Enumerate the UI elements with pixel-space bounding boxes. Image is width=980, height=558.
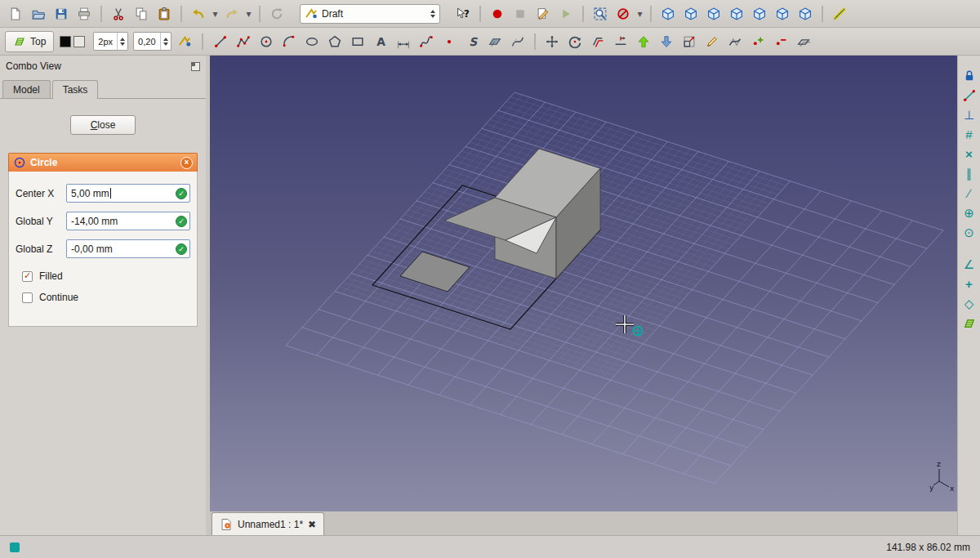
draft-line-icon[interactable] xyxy=(210,31,231,52)
draft-scale-icon[interactable] xyxy=(679,31,700,52)
draft-bspline-icon[interactable] xyxy=(416,31,437,52)
line-color-swatch[interactable] xyxy=(60,36,71,47)
global-y-field[interactable]: -14,00 mm ✓ xyxy=(66,212,190,230)
snap-extension-icon[interactable]: ∕ xyxy=(960,185,978,202)
snap-angle-icon[interactable]: ∠ xyxy=(960,256,978,273)
redo-icon[interactable] xyxy=(221,3,243,25)
draft-wire2bspline-icon[interactable] xyxy=(724,31,746,52)
undo-icon[interactable] xyxy=(188,3,209,25)
copy-icon[interactable] xyxy=(131,3,152,25)
draft-workbench-icon xyxy=(305,7,318,20)
face-color-swatch[interactable] xyxy=(74,36,85,47)
draft-addpoint-icon[interactable] xyxy=(747,31,768,52)
close-document-icon[interactable]: ✖ xyxy=(308,520,316,529)
view-top-icon[interactable] xyxy=(703,3,724,25)
snap-perpendicular-icon[interactable]: ⊥ xyxy=(960,106,978,123)
draft-offset-icon[interactable] xyxy=(587,31,608,52)
view-front-icon[interactable] xyxy=(680,3,702,25)
3d-viewport[interactable]: z x y xyxy=(210,56,957,511)
whatsthis-icon[interactable] xyxy=(452,3,474,25)
snap-lock-icon[interactable] xyxy=(960,67,978,84)
redo-dropdown-icon[interactable]: ▾ xyxy=(244,3,253,25)
close-task-button[interactable]: Close xyxy=(70,115,136,135)
working-plane-button[interactable]: Top xyxy=(5,31,54,52)
snap-special-icon[interactable]: ◇ xyxy=(960,295,978,312)
new-document-icon[interactable] xyxy=(5,3,26,25)
global-z-field[interactable]: -0,00 mm ✓ xyxy=(66,239,190,258)
refresh-icon[interactable] xyxy=(266,3,287,25)
snap-grid-icon[interactable]: # xyxy=(960,126,978,143)
view-right-icon[interactable] xyxy=(726,3,747,25)
view-bottom-icon[interactable] xyxy=(772,3,793,25)
collapse-task-icon[interactable]: × xyxy=(180,157,193,169)
draft-text-icon[interactable] xyxy=(370,31,391,52)
model-box[interactable] xyxy=(444,149,600,279)
zoom-fit-icon[interactable] xyxy=(590,3,611,25)
checkmark-icon: ✓ xyxy=(24,271,31,280)
macro-record-icon[interactable] xyxy=(487,3,508,25)
draft-downgrade-icon[interactable] xyxy=(656,31,677,52)
draft-rectangle-icon[interactable] xyxy=(347,31,368,52)
draft-facebinder-icon[interactable] xyxy=(484,31,506,52)
cut-icon[interactable] xyxy=(108,3,129,25)
center-x-field[interactable]: 5,00 mm ✓ xyxy=(66,184,190,203)
document-tab[interactable]: Unnamed1 : 1* ✖ xyxy=(212,512,324,535)
macro-edit-icon[interactable] xyxy=(532,3,554,25)
spin-down-icon[interactable] xyxy=(163,42,168,46)
draft-trimex-icon[interactable] xyxy=(610,31,631,52)
float-panel-icon[interactable] xyxy=(191,62,200,71)
spin-up-icon[interactable] xyxy=(120,38,125,41)
color-swatches[interactable] xyxy=(60,36,85,47)
draft-arc-icon[interactable] xyxy=(278,31,300,52)
draft-shape2dview-icon[interactable] xyxy=(793,31,814,52)
workbench-selector[interactable]: Draft xyxy=(300,4,440,24)
draft-shapestring-icon[interactable] xyxy=(461,31,483,52)
circle-task-header[interactable]: Circle × xyxy=(8,153,198,172)
field-row: Center X 5,00 mm ✓ xyxy=(16,184,190,203)
snap-parallel-icon[interactable]: ∥ xyxy=(960,165,978,182)
save-icon[interactable] xyxy=(51,3,72,25)
measure-icon[interactable] xyxy=(829,3,850,25)
macro-stop-icon[interactable] xyxy=(510,3,531,25)
undo-dropdown-icon[interactable]: ▾ xyxy=(211,3,220,25)
draft-delpoint-icon[interactable] xyxy=(770,31,791,52)
draft-edit-icon[interactable] xyxy=(702,31,723,52)
paste-icon[interactable] xyxy=(154,3,175,25)
snap-midpoint-icon[interactable]: + xyxy=(960,275,978,292)
snap-endpoint-icon[interactable] xyxy=(960,87,978,104)
draft-move-icon[interactable] xyxy=(541,31,563,52)
spin-down-icon xyxy=(430,15,435,18)
drawstyle-dropdown-icon[interactable]: ▾ xyxy=(635,3,644,25)
snap-workingplane-icon[interactable] xyxy=(960,315,978,332)
tab-model[interactable]: Model xyxy=(2,80,51,99)
macro-play-icon[interactable] xyxy=(555,3,577,25)
draft-wire-icon[interactable] xyxy=(233,31,254,52)
snap-intersection-icon[interactable]: × xyxy=(960,145,978,163)
open-document-icon[interactable] xyxy=(28,3,49,25)
filled-checkbox[interactable]: ✓ Filled xyxy=(22,270,190,282)
view-left-icon[interactable] xyxy=(795,3,816,25)
tab-tasks[interactable]: Tasks xyxy=(52,80,99,99)
draft-rotate-icon[interactable] xyxy=(564,31,586,52)
draft-circle-icon[interactable] xyxy=(256,31,277,52)
view-rear-icon[interactable] xyxy=(749,3,770,25)
draft-dimension-icon[interactable] xyxy=(393,31,414,52)
drawstyle-icon[interactable] xyxy=(612,3,634,25)
draft-polygon-icon[interactable] xyxy=(324,31,345,52)
spin-down-icon[interactable] xyxy=(120,42,125,46)
line-width-spinner[interactable]: 2px xyxy=(93,32,128,51)
draft-point-icon[interactable] xyxy=(439,31,460,52)
text-scale-spinner[interactable]: 0,20 xyxy=(133,32,171,51)
snap-arc-icon[interactable]: ⊙ xyxy=(960,224,978,241)
snap-center-icon[interactable]: ⊕ xyxy=(960,204,978,221)
draft-ellipse-icon[interactable] xyxy=(301,31,323,52)
spin-up-icon[interactable] xyxy=(163,38,168,41)
view-isometric-icon[interactable] xyxy=(657,3,679,25)
continue-checkbox[interactable]: Continue xyxy=(22,292,190,303)
draft-bezcurve-icon[interactable] xyxy=(507,31,528,52)
draft-upgrade-icon[interactable] xyxy=(633,31,654,52)
autogroup-icon[interactable] xyxy=(174,31,195,52)
print-icon[interactable] xyxy=(74,3,95,25)
model-plate[interactable] xyxy=(400,252,470,292)
workbench-selector-arrows[interactable] xyxy=(430,10,435,18)
